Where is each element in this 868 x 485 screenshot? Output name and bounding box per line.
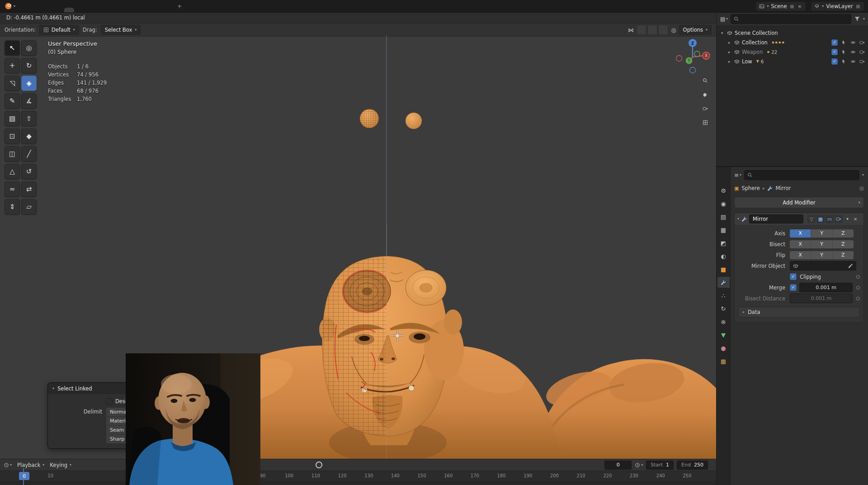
workspace-tab-scripting[interactable]	[164, 8, 174, 12]
blender-logo-icon[interactable]: ▾	[5, 2, 15, 10]
bisect-distance-field[interactable]: 0.001 m	[790, 294, 853, 303]
workspace-tab-geometry-nodes[interactable]	[154, 8, 164, 12]
new-view-layer-button[interactable]: ⊞	[855, 4, 861, 9]
tool-button-bevel[interactable]: ◆	[21, 128, 37, 144]
axis-toggle-mirror-z[interactable]	[658, 25, 668, 35]
wireframe-sphere[interactable]	[360, 109, 379, 128]
merge-checkbox[interactable]: ✓	[790, 284, 797, 291]
bisect-z-toggle[interactable]: Z	[833, 240, 854, 248]
deselect-checkbox[interactable]: ✓	[106, 398, 113, 405]
tool-button-move[interactable]: +	[5, 58, 20, 73]
properties-search-input[interactable]	[744, 170, 859, 180]
selectable-icon[interactable]	[841, 40, 847, 45]
filter-icon[interactable]	[854, 16, 860, 22]
timeline-editor-type-button[interactable]: ▾	[4, 462, 12, 468]
properties-editor-type-button[interactable]: ≡▾	[734, 172, 741, 178]
transport-button-play-reverse[interactable]	[352, 461, 361, 469]
viewport-button-zoom[interactable]	[700, 76, 710, 86]
decorator-dot[interactable]	[856, 297, 860, 300]
modifier-extras-caret[interactable]: ▾	[845, 217, 850, 221]
flip-y-toggle[interactable]: Y	[811, 251, 832, 259]
transport-button-prev-keyframe[interactable]	[341, 461, 350, 469]
props-tab-render[interactable]: ◉	[717, 198, 730, 209]
timeline-ruler[interactable]: 0 10901001101201301401501601701801902002…	[0, 471, 716, 482]
selectable-icon[interactable]	[841, 49, 847, 55]
collection-checkbox[interactable]: ✓	[831, 49, 838, 55]
props-tab-particles[interactable]: ∴	[717, 290, 730, 301]
3d-viewport[interactable]: D: -0.4661 m (0.4661 m) local Orientatio…	[0, 12, 716, 459]
current-frame-field[interactable]: 0	[604, 461, 632, 470]
outliner-options-caret[interactable]: ▾	[863, 17, 865, 21]
render-camera-icon[interactable]	[859, 59, 865, 64]
tool-button-edge-slide[interactable]: ⇄	[21, 181, 37, 197]
new-scene-button[interactable]: ⊞	[789, 4, 794, 9]
playback-sync-button[interactable]: ▾	[635, 462, 643, 468]
outliner-search-input[interactable]	[731, 14, 851, 24]
props-tab-material[interactable]: ●	[717, 342, 730, 353]
bisect-y-toggle[interactable]: Y	[811, 240, 832, 248]
frame-end-field[interactable]: End 250	[677, 461, 708, 470]
tool-button-spin[interactable]: ↺	[21, 164, 37, 179]
auto-keying-button[interactable]	[316, 461, 322, 468]
drag-dropdown[interactable]: Select Box ▾	[101, 25, 141, 35]
tool-button-smooth[interactable]: ≈	[5, 181, 20, 197]
breadcrumb-object[interactable]: Sphere	[741, 185, 760, 191]
clipping-checkbox[interactable]: ✓	[790, 273, 797, 280]
workspace-tab-sculpting[interactable]	[84, 8, 94, 12]
render-camera-icon[interactable]	[859, 40, 865, 45]
render-camera-icon[interactable]	[859, 49, 865, 55]
orientation-dropdown[interactable]: Default ▾	[39, 25, 79, 35]
bisect-x-toggle[interactable]: X	[790, 240, 811, 248]
hide-eye-icon[interactable]	[850, 40, 856, 45]
workspace-tab-uv-editing[interactable]	[94, 8, 104, 12]
modifier-toggle-show-viewport[interactable]: ▭	[826, 215, 834, 223]
tool-button-poly-build[interactable]: △	[5, 164, 20, 179]
add-workspace-button[interactable]: +	[174, 1, 185, 12]
tool-button-annotate[interactable]: ✎	[5, 93, 20, 109]
tool-button-rotate[interactable]: ↻	[21, 58, 37, 73]
tool-button-cursor[interactable]: ◎	[21, 40, 37, 56]
mirror-object-field[interactable]	[790, 261, 856, 271]
proportional-edit-icon[interactable]: ◎	[671, 27, 676, 33]
tool-button-shear[interactable]: ▱	[21, 199, 37, 214]
decorator-dot[interactable]	[856, 275, 860, 279]
view-layer-selector[interactable]: ▾ ViewLayer ⊞	[811, 1, 864, 11]
props-tab-world[interactable]: ◐	[717, 251, 730, 262]
workspace-tab-animation[interactable]	[124, 8, 134, 12]
panel-divider[interactable]	[716, 166, 868, 167]
eyedropper-icon[interactable]	[848, 263, 853, 269]
merge-value-field[interactable]: 0.001 m	[799, 283, 853, 292]
props-tab-object[interactable]: ■	[717, 264, 730, 275]
options-dropdown[interactable]: Options ▾	[679, 25, 712, 35]
props-tab-modifiers[interactable]	[717, 277, 730, 288]
transport-button-next-keyframe[interactable]	[373, 461, 383, 469]
tool-button-shrink-fatten[interactable]: ⇕	[5, 199, 20, 214]
workspace-tab-texture-paint[interactable]	[104, 8, 114, 12]
tool-button-extrude-region[interactable]: ⇧	[21, 111, 37, 126]
viewport-button-camera-view[interactable]	[700, 104, 710, 114]
workspace-tab-rendering[interactable]	[134, 8, 144, 12]
tool-button-scale[interactable]: ◹	[5, 76, 20, 91]
outliner-row-collection[interactable]: ▸ Collection ▪▪▪▪ ✓	[717, 38, 868, 47]
data-subpanel-header[interactable]: ▸ Data	[738, 307, 860, 318]
props-tab-scene[interactable]: ◩	[717, 238, 730, 248]
workspace-tab-shading[interactable]	[114, 8, 124, 12]
pin-icon[interactable]: ◎	[859, 185, 864, 191]
flip-z-toggle[interactable]: Z	[833, 251, 854, 259]
flip-x-toggle[interactable]: X	[790, 251, 811, 259]
modifier-name-field[interactable]: Mirror	[749, 214, 803, 223]
timeline-channel-area[interactable]	[0, 482, 716, 485]
outliner-row-scene-collection[interactable]: ▾ Scene Collection ✓	[717, 28, 868, 38]
modifier-toggle-show-render[interactable]	[835, 215, 843, 223]
tool-button-knife[interactable]: ╱	[21, 146, 37, 162]
axis-z-toggle[interactable]: Z	[833, 229, 854, 238]
axis-x-toggle[interactable]: X	[790, 229, 811, 238]
outliner-editor-type-button[interactable]: ▤▾	[720, 16, 728, 22]
selectable-icon[interactable]	[841, 59, 847, 64]
expand-toggle[interactable]: ▸	[728, 59, 734, 64]
collection-checkbox[interactable]: ✓	[831, 39, 838, 46]
workspace-tab-layout[interactable]	[64, 8, 74, 12]
props-tab-view-layer[interactable]: ▦	[717, 224, 730, 235]
expand-toggle[interactable]: ▸	[728, 50, 734, 54]
outliner-row-low[interactable]: ▸ Low ▼ 6 ✓	[717, 57, 868, 66]
